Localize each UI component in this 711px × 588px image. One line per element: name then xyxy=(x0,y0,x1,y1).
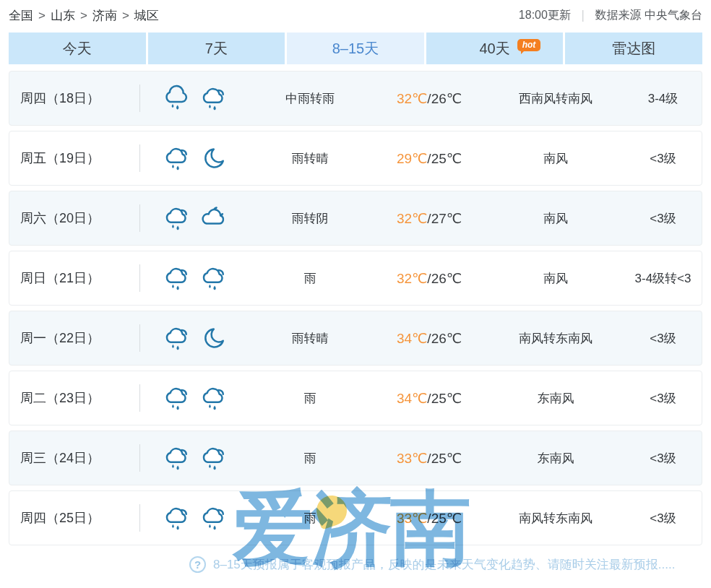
forecast-row: 周五（19日） 雨转晴 29℃/25℃ 南风 <3级 xyxy=(9,131,702,186)
forecast-row: 周四（18日） 中雨转雨 32℃/26℃ 西南风转南风 3-4级 xyxy=(9,71,702,126)
rain-icon xyxy=(162,444,191,472)
forecast-list: 周四（18日） 中雨转雨 32℃/26℃ 西南风转南风 3-4级 周五（19日）… xyxy=(9,71,702,545)
wind-level: <3级 xyxy=(624,150,702,167)
temperature: 33℃/25℃ xyxy=(371,450,487,467)
rain-icon xyxy=(199,84,228,113)
temp-high: 34℃ xyxy=(397,391,427,406)
day-label: 周五（19日） xyxy=(9,150,139,167)
disclaimer: ? 8–15天预报属于客观预报产品，反映的是未来天气变化趋势、请随时关注最新预报… xyxy=(189,556,675,573)
breadcrumb-separator: > xyxy=(122,9,129,23)
temp-high: 32℃ xyxy=(397,91,427,106)
weather-text: 雨转晴 xyxy=(249,330,371,347)
wind-text: 南风 xyxy=(487,270,624,287)
temp-high: 32℃ xyxy=(397,211,427,226)
temperature: 33℃/25℃ xyxy=(371,510,487,527)
wind-level: <3级 xyxy=(624,510,702,527)
moon-icon xyxy=(199,324,228,353)
cloud-moon-icon xyxy=(199,204,228,233)
wind-text: 东南风 xyxy=(487,450,624,467)
tab-label: 今天 xyxy=(63,39,92,59)
forecast-row: 周三（24日） 雨 33℃/25℃ 东南风 <3级 xyxy=(9,431,702,485)
temperature: 29℃/25℃ xyxy=(371,150,487,167)
day-label: 周四（25日） xyxy=(9,509,139,527)
day-label: 周日（21日） xyxy=(9,269,139,287)
moon-icon xyxy=(199,144,228,173)
temperature: 34℃/25℃ xyxy=(371,390,487,407)
temperature: 34℃/26℃ xyxy=(371,330,487,347)
weather-text: 雨 xyxy=(249,510,371,527)
wind-text: 南风转东南风 xyxy=(487,330,624,347)
hot-badge: hot xyxy=(517,39,541,51)
day-label: 周六（20日） xyxy=(9,209,139,227)
top-bar: 全国 > 山东 > 济南 > 城区 18:00更新 ｜ 数据来源 中央气象台 xyxy=(0,0,711,28)
weather-text: 中雨转雨 xyxy=(249,90,371,107)
weather-text: 雨转阴 xyxy=(249,210,371,227)
breadcrumb-separator: > xyxy=(80,9,87,23)
tab-label: 雷达图 xyxy=(612,39,655,59)
wind-level: 3-4级转<3 xyxy=(624,270,702,287)
breadcrumb-separator: > xyxy=(38,9,46,23)
breadcrumb-item-province[interactable]: 山东 xyxy=(51,7,75,24)
temp-low: 25℃ xyxy=(431,151,462,166)
temp-high: 34℃ xyxy=(397,331,427,346)
breadcrumb: 全国 > 山东 > 济南 > 城区 xyxy=(9,7,159,24)
breadcrumb-item-district[interactable]: 城区 xyxy=(134,7,159,24)
disclaimer-text: 8–15天预报属于客观预报产品，反映的是未来天气变化趋势、请随时关注最新预报..… xyxy=(213,556,675,573)
temp-low: 26℃ xyxy=(431,91,462,106)
forecast-row: 周日（21日） 雨 32℃/26℃ 南风 3-4级转<3 xyxy=(9,251,702,306)
temp-low: 25℃ xyxy=(431,511,462,526)
rain-icon xyxy=(162,264,191,293)
breadcrumb-item-city[interactable]: 济南 xyxy=(92,7,117,24)
rain-icon xyxy=(162,503,191,532)
rain-icon xyxy=(199,503,228,532)
wind-level: <3级 xyxy=(624,210,702,227)
tab-label: 40天 xyxy=(479,39,509,59)
meta-separator: ｜ xyxy=(577,8,589,23)
rain-icon xyxy=(162,144,191,173)
tab-7day[interactable]: 7天 xyxy=(148,33,285,64)
wind-level: <3级 xyxy=(624,390,702,407)
temp-low: 27℃ xyxy=(431,211,462,226)
day-label: 周二（23日） xyxy=(9,389,139,407)
forecast-row: 周四（25日） 雨 33℃/25℃ 南风转东南风 <3级 xyxy=(9,490,702,545)
tab-today[interactable]: 今天 xyxy=(9,33,146,64)
wind-text: 东南风 xyxy=(487,390,624,407)
temp-low: 25℃ xyxy=(431,451,462,466)
breadcrumb-item-country[interactable]: 全国 xyxy=(9,7,33,24)
update-time: 18:00更新 xyxy=(519,8,571,23)
tab-40day[interactable]: 40天hot xyxy=(426,33,564,64)
tab-radar[interactable]: 雷达图 xyxy=(565,33,702,64)
wind-level: <3级 xyxy=(624,330,702,347)
rain-icon xyxy=(162,204,191,233)
temperature: 32℃/26℃ xyxy=(371,90,487,107)
temp-high: 33℃ xyxy=(397,451,427,466)
weather-text: 雨转晴 xyxy=(249,150,371,167)
help-question-icon[interactable]: ? xyxy=(189,556,206,573)
update-meta: 18:00更新 ｜ 数据来源 中央气象台 xyxy=(519,8,702,23)
tab-8-15day[interactable]: 8–15天 xyxy=(287,33,424,64)
wind-level: <3级 xyxy=(624,450,702,467)
wind-text: 西南风转南风 xyxy=(487,90,624,107)
forecast-row: 周二（23日） 雨 34℃/25℃ 东南风 <3级 xyxy=(9,371,702,425)
tab-label: 7天 xyxy=(205,39,228,59)
temp-low: 25℃ xyxy=(431,391,462,406)
rain-icon xyxy=(162,324,191,353)
temp-low: 26℃ xyxy=(431,271,462,286)
wind-text: 南风转东南风 xyxy=(487,510,624,527)
wind-text: 南风 xyxy=(487,210,624,227)
temperature: 32℃/26℃ xyxy=(371,270,487,287)
tab-label: 8–15天 xyxy=(332,39,379,59)
day-label: 周三（24日） xyxy=(9,449,139,467)
forecast-row: 周六（20日） 雨转阴 32℃/27℃ 南风 <3级 xyxy=(9,191,702,246)
rain-icon xyxy=(199,444,228,472)
rain-icon xyxy=(199,264,228,293)
forecast-row: 周一（22日） 雨转晴 34℃/26℃ 南风转东南风 <3级 xyxy=(9,311,702,366)
rain-icon xyxy=(199,384,228,412)
weather-text: 雨 xyxy=(249,390,371,407)
rain-icon xyxy=(162,384,191,412)
temp-high: 32℃ xyxy=(397,271,427,286)
day-label: 周四（18日） xyxy=(9,90,139,107)
weather-text: 雨 xyxy=(249,270,371,287)
temp-high: 33℃ xyxy=(397,511,427,526)
forecast-tabs: 今天 7天 8–15天 40天hot 雷达图 xyxy=(9,33,702,64)
